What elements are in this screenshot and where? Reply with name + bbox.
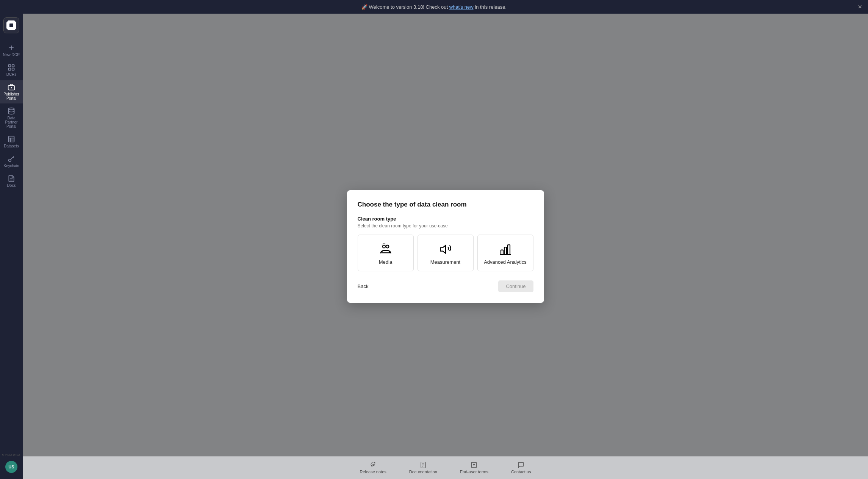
back-button[interactable]: Back — [358, 281, 369, 291]
card-measurement[interactable]: Measurement — [418, 235, 474, 271]
section-desc: Select the clean room type for your use-… — [358, 223, 533, 229]
sidebar-item-publisher-portal[interactable]: Publisher Portal — [0, 80, 23, 103]
footer-item-end-user-terms[interactable]: End-user terms — [460, 462, 488, 474]
svg-rect-4 — [12, 65, 14, 67]
svg-line-22 — [386, 244, 386, 244]
svg-line-21 — [382, 244, 382, 244]
svg-point-15 — [9, 159, 11, 162]
card-advanced-analytics[interactable]: Advanced Analytics — [477, 235, 533, 271]
card-advanced-analytics-label: Advanced Analytics — [484, 259, 527, 265]
bottom-bar: Release notes Documentation End-user ter… — [23, 456, 868, 479]
arrow-up-box-icon — [471, 462, 477, 468]
app-logo[interactable] — [3, 17, 19, 33]
modal-overlay: Choose the type of data clean room Clean… — [23, 14, 868, 479]
sidebar-bottom: SYNAPSA US — [2, 453, 21, 479]
svg-point-19 — [386, 245, 389, 248]
svg-rect-11 — [9, 136, 14, 142]
footer-item-contact-us[interactable]: Contact us — [511, 462, 531, 474]
modal-footer: Back Continue — [358, 280, 533, 292]
whats-new-link[interactable]: what's new — [449, 4, 474, 10]
card-media[interactable]: Media — [358, 235, 414, 271]
svg-rect-24 — [504, 247, 507, 255]
modal-title: Choose the type of data clean room — [358, 201, 533, 208]
sidebar-item-docs[interactable]: Docs — [0, 172, 23, 191]
main-content: Choose the type of data clean room Clean… — [23, 14, 868, 479]
analytics-icon — [499, 243, 512, 256]
svg-rect-6 — [12, 68, 14, 70]
svg-rect-25 — [508, 245, 510, 255]
top-banner: 🚀 Welcome to version 3.18! Check out wha… — [0, 0, 868, 14]
sidebar: New DCR DCRs Publisher Portal Data Partn… — [0, 14, 23, 479]
svg-rect-0 — [9, 23, 13, 27]
section-label: Clean room type — [358, 216, 533, 222]
sidebar-item-keychain[interactable]: Keychain — [0, 152, 23, 171]
modal-dialog: Choose the type of data clean room Clean… — [347, 190, 544, 303]
brand-logo: SYNAPSA — [2, 453, 21, 457]
sidebar-item-new-dcr[interactable]: New DCR — [0, 41, 23, 60]
svg-rect-3 — [9, 65, 11, 67]
svg-point-10 — [9, 108, 14, 110]
sidebar-item-datasets[interactable]: Datasets — [0, 132, 23, 151]
svg-point-18 — [382, 245, 385, 248]
svg-rect-5 — [9, 68, 11, 70]
doc-text-icon — [420, 462, 427, 468]
card-media-label: Media — [379, 259, 392, 265]
svg-rect-23 — [501, 250, 503, 254]
sidebar-item-dcrs[interactable]: DCRs — [0, 61, 23, 80]
footer-item-release-notes[interactable]: Release notes — [360, 462, 386, 474]
banner-text: 🚀 Welcome to version 3.18! Check out wha… — [361, 4, 507, 10]
rocket-icon — [370, 462, 377, 468]
sidebar-item-data-partner-portal[interactable]: Data Partner Portal — [0, 104, 23, 131]
measurement-icon — [439, 243, 452, 256]
media-icon — [379, 243, 393, 256]
svg-point-27 — [372, 465, 374, 466]
continue-button[interactable]: Continue — [498, 280, 533, 292]
card-measurement-label: Measurement — [430, 259, 460, 265]
banner-close-button[interactable]: × — [858, 3, 862, 10]
user-avatar[interactable]: US — [5, 461, 17, 473]
card-grid: Media Measurement — [358, 235, 533, 271]
footer-item-documentation[interactable]: Documentation — [409, 462, 437, 474]
chat-icon — [518, 462, 524, 468]
